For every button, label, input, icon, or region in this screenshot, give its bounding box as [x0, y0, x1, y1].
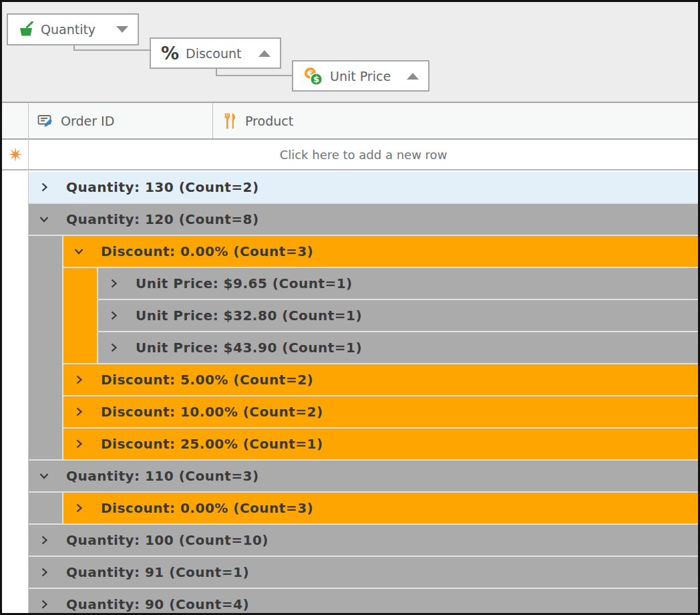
edit-card-icon: [37, 112, 54, 130]
new-row-prompt[interactable]: Click here to add a new row: [29, 148, 698, 162]
chevron-right-icon[interactable]: [38, 181, 50, 193]
group-row-quantity-100[interactable]: Quantity: 100 (Count=10): [29, 525, 698, 556]
group-chip-label: Discount: [186, 46, 241, 61]
chevron-down-icon[interactable]: [73, 245, 85, 257]
add-new-row[interactable]: Click here to add a new row: [2, 140, 698, 170]
chevron-right-icon[interactable]: [38, 598, 50, 610]
group-row-discount-10[interactable]: Discount: 10.00% (Count=2): [63, 396, 698, 427]
svg-text:$: $: [313, 74, 319, 84]
group-row-label: Quantity: 91 (Count=1): [66, 564, 249, 580]
group-row-label: Quantity: 130 (Count=2): [66, 179, 259, 195]
sort-descending-icon: [116, 26, 128, 33]
group-chip-quantity[interactable]: Quantity: [7, 13, 139, 45]
sort-ascending-icon: [258, 50, 271, 57]
chevron-right-icon[interactable]: [108, 342, 120, 354]
chevron-right-icon[interactable]: [73, 374, 85, 386]
group-row-label: Quantity: 110 (Count=3): [66, 468, 259, 484]
group-row-discount-5[interactable]: Discount: 5.00% (Count=2): [63, 364, 698, 395]
group-row-label: Quantity: 100 (Count=10): [66, 532, 269, 548]
chevron-right-icon[interactable]: [108, 310, 120, 322]
row-indicator-header-cell: [2, 103, 29, 138]
column-header-label: Product: [245, 114, 293, 128]
chevron-right-icon[interactable]: [73, 406, 85, 418]
group-chip-discount[interactable]: % Discount: [150, 37, 281, 69]
group-indent-strip-orange: [63, 268, 97, 363]
group-row-quantity-110[interactable]: Quantity: 110 (Count=3): [29, 461, 698, 491]
utensils-icon: [222, 112, 238, 130]
chevron-right-icon[interactable]: [73, 438, 85, 450]
group-row-label: Quantity: 120 (Count=8): [66, 211, 259, 227]
column-header-row: Order ID Product: [2, 103, 698, 140]
group-indent-strip-gray: [29, 493, 62, 523]
group-row-quantity-130[interactable]: Quantity: 130 (Count=2): [29, 172, 698, 203]
basket-icon: [18, 21, 34, 37]
column-header-order-id[interactable]: Order ID: [29, 103, 213, 138]
group-row-unit-price-43-90[interactable]: Unit Price: $43.90 (Count=1): [98, 332, 698, 363]
grid-window: Quantity % Discount € $ Unit Price: [0, 0, 700, 615]
group-row-quantity-90[interactable]: Quantity: 90 (Count=4): [29, 589, 698, 613]
quantity-120-children: Discount: 0.00% (Count=3) Unit Price: $9…: [29, 236, 698, 459]
percent-icon: %: [161, 44, 179, 62]
group-row-label: Discount: 25.00% (Count=1): [101, 436, 323, 452]
chevron-down-icon[interactable]: [38, 213, 50, 225]
child-rows: Discount: 0.00% (Count=3): [63, 493, 698, 523]
discount-0-children: Unit Price: $9.65 (Count=1) Unit Price: …: [63, 268, 698, 363]
group-section-quantity-120: Quantity: 120 (Count=8) Discount: 0.00% …: [29, 204, 698, 459]
currency-coins-icon: € $: [303, 66, 323, 86]
group-chip-label: Quantity: [41, 22, 96, 37]
sort-ascending-icon: [407, 73, 419, 80]
quantity-110-children: Discount: 0.00% (Count=3): [29, 493, 698, 523]
group-row-discount-0[interactable]: Discount: 0.00% (Count=3): [63, 236, 698, 267]
group-row-unit-price-32-80[interactable]: Unit Price: $32.80 (Count=1): [98, 300, 698, 331]
group-rows-area: Quantity: 130 (Count=2) Quantity: 120 (C…: [29, 172, 698, 613]
new-row-indicator-cell: [2, 147, 29, 162]
group-indent-strip-gray: [29, 236, 62, 459]
group-row-discount-0-q110[interactable]: Discount: 0.00% (Count=3): [63, 493, 698, 523]
group-row-quantity-91[interactable]: Quantity: 91 (Count=1): [29, 557, 698, 588]
group-section-quantity-110: Quantity: 110 (Count=3) Discount: 0.00% …: [29, 461, 698, 523]
group-row-discount-25[interactable]: Discount: 25.00% (Count=1): [63, 428, 698, 459]
group-row-label: Discount: 0.00% (Count=3): [101, 243, 313, 259]
column-header-product[interactable]: Product: [213, 103, 698, 138]
chevron-right-icon[interactable]: [38, 534, 50, 546]
group-row-label: Quantity: 90 (Count=4): [66, 596, 249, 612]
new-row-star-icon: [8, 147, 23, 162]
child-rows: Discount: 0.00% (Count=3) Unit Price: $9…: [63, 236, 698, 459]
group-row-label: Unit Price: $32.80 (Count=1): [136, 308, 362, 324]
child-rows: Unit Price: $9.65 (Count=1) Unit Price: …: [98, 268, 698, 363]
group-row-label: Unit Price: $43.90 (Count=1): [136, 340, 362, 356]
group-chip-unit-price[interactable]: € $ Unit Price: [292, 60, 429, 92]
chevron-right-icon[interactable]: [108, 277, 120, 289]
group-row-label: Discount: 10.00% (Count=2): [101, 404, 323, 420]
group-row-label: Discount: 0.00% (Count=3): [101, 500, 313, 516]
column-header-label: Order ID: [61, 114, 114, 128]
group-row-label: Discount: 5.00% (Count=2): [101, 372, 313, 388]
group-chip-label: Unit Price: [330, 69, 391, 84]
chevron-down-icon[interactable]: [38, 470, 50, 482]
chevron-right-icon[interactable]: [38, 566, 50, 578]
group-row-quantity-120[interactable]: Quantity: 120 (Count=8): [29, 204, 698, 235]
chevron-right-icon[interactable]: [73, 502, 85, 514]
group-row-label: Unit Price: $9.65 (Count=1): [136, 275, 353, 291]
group-row-unit-price-9-65[interactable]: Unit Price: $9.65 (Count=1): [98, 268, 698, 299]
group-by-panel: Quantity % Discount € $ Unit Price: [2, 2, 698, 102]
